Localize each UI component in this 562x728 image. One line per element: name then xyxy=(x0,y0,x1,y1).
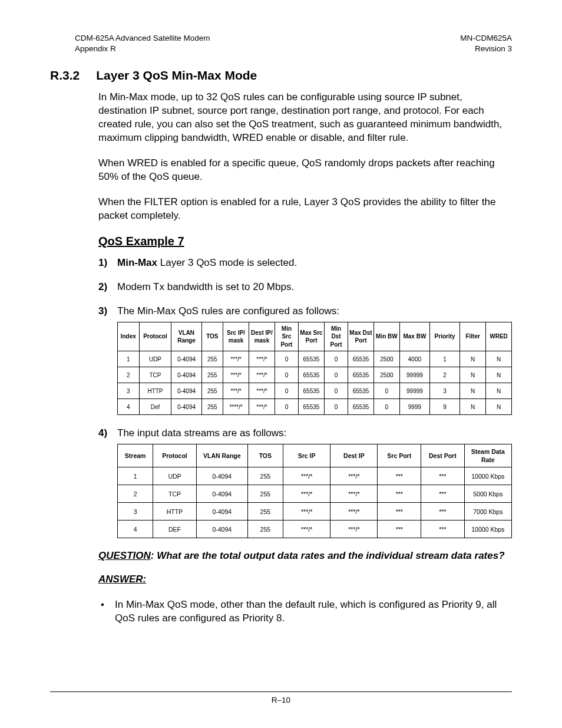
cell: 65535 xyxy=(299,399,325,415)
col-header: TOS xyxy=(201,322,223,351)
running-header: CDM-625A Advanced Satellite Modem Append… xyxy=(50,33,512,54)
cell: HTTP xyxy=(139,383,171,399)
cell: 255 xyxy=(201,351,223,367)
col-header: Max Src Port xyxy=(299,322,325,351)
col-header: Dest Port xyxy=(421,444,465,467)
cell: 7000 Kbps xyxy=(464,503,511,521)
cell: *** xyxy=(421,485,465,503)
cell: ***/* xyxy=(330,467,378,485)
table-header-row: Index Protocol VLAN Range TOS Src IP/ ma… xyxy=(118,322,512,351)
cell: 65535 xyxy=(348,351,374,367)
col-header: VLAN Range xyxy=(171,322,201,351)
cell: ***/* xyxy=(249,351,275,367)
cell: 0 xyxy=(324,399,348,415)
cell: 3 xyxy=(118,503,153,521)
step-text: The input data streams are as follows: xyxy=(117,427,286,439)
cell: 65535 xyxy=(348,383,374,399)
cell: Def xyxy=(139,399,171,415)
header-left: CDM-625A Advanced Satellite Modem Append… xyxy=(75,33,210,54)
table-row: 4DEF0-4094255***/****/*******10000 Kbps xyxy=(118,521,512,538)
col-header: Max BW xyxy=(399,322,429,351)
cell: N xyxy=(460,351,486,367)
cell: N xyxy=(486,367,512,383)
header-right: MN-CDM625A Revision 3 xyxy=(460,33,512,54)
cell: 4000 xyxy=(399,351,429,367)
cell: ***/* xyxy=(249,367,275,383)
cell: N xyxy=(486,351,512,367)
paragraph: In Min-Max mode, up to 32 QoS rules can … xyxy=(98,91,512,145)
cell: UDP xyxy=(153,467,197,485)
cell: 0-4094 xyxy=(171,399,201,415)
cell: TCP xyxy=(139,367,171,383)
cell: 3 xyxy=(430,383,460,399)
cell: *** xyxy=(378,485,421,503)
col-header: Min Src Port xyxy=(275,322,298,351)
bullet-item: In Min-Max QoS mode, other than the defa… xyxy=(98,598,512,625)
cell: 99999 xyxy=(399,383,429,399)
qa-block: QUESTION: What are the total output data… xyxy=(98,550,512,585)
question-line: QUESTION: What are the total output data… xyxy=(98,550,512,562)
page-footer: R–10 xyxy=(50,691,512,704)
cell: ***/* xyxy=(283,467,330,485)
cell: 99999 xyxy=(399,367,429,383)
cell: 255 xyxy=(247,521,283,538)
cell: 0 xyxy=(275,367,298,383)
cell: *** xyxy=(421,521,465,538)
steps-list: Min-Max Layer 3 QoS mode is selected. Mo… xyxy=(98,256,512,538)
page: CDM-625A Advanced Satellite Modem Append… xyxy=(0,0,562,728)
cell: 255 xyxy=(247,485,283,503)
cell: 1 xyxy=(118,467,153,485)
cell: *** xyxy=(421,467,465,485)
step-item: Modem Tx bandwidth is set to 20 Mbps. xyxy=(98,281,512,294)
cell: 0 xyxy=(373,399,399,415)
cell: ***/* xyxy=(249,399,275,415)
cell: 0-4094 xyxy=(196,521,247,538)
table-row: 3HTTP0-4094255***/****/*0655350655350999… xyxy=(118,383,512,399)
col-header: Filter xyxy=(460,322,486,351)
example-heading: QoS Example 7 xyxy=(98,235,512,248)
cell: ***/* xyxy=(330,485,378,503)
cell: N xyxy=(486,383,512,399)
table-row: 4Def0-4094255****/****/*0655350655350999… xyxy=(118,399,512,415)
cell: 0-4094 xyxy=(196,503,247,521)
header-docnum: MN-CDM625A xyxy=(460,34,512,42)
col-header: Steam Data Rate xyxy=(464,444,511,467)
table-row: 1UDP0-4094255***/****/*06553506553525004… xyxy=(118,351,512,367)
cell: 255 xyxy=(201,399,223,415)
table-row: 3HTTP0-4094255***/****/*******7000 Kbps xyxy=(118,503,512,521)
cell: HTTP xyxy=(153,503,197,521)
cell: 2 xyxy=(430,367,460,383)
cell: TCP xyxy=(153,485,197,503)
cell: 10000 Kbps xyxy=(464,521,511,538)
step-item: Min-Max Layer 3 QoS mode is selected. xyxy=(98,256,512,270)
cell: 10000 Kbps xyxy=(464,467,511,485)
cell: 0 xyxy=(324,367,348,383)
answer-label: ANSWER: xyxy=(98,574,512,585)
col-header: Index xyxy=(118,322,140,351)
cell: 255 xyxy=(201,383,223,399)
input-streams-table: Stream Protocol VLAN Range TOS Src IP De… xyxy=(117,444,512,538)
qos-rules-table: Index Protocol VLAN Range TOS Src IP/ ma… xyxy=(117,322,512,416)
cell: N xyxy=(486,399,512,415)
cell: 0 xyxy=(275,399,298,415)
paragraph: When WRED is enabled for a specific queu… xyxy=(98,157,512,184)
cell: 0-4094 xyxy=(171,351,201,367)
page-number: R–10 xyxy=(272,696,290,704)
cell: 0-4094 xyxy=(171,383,201,399)
cell: 255 xyxy=(247,467,283,485)
col-header: WRED xyxy=(486,322,512,351)
cell: 1 xyxy=(430,351,460,367)
cell: 0 xyxy=(275,383,298,399)
cell: 0 xyxy=(324,351,348,367)
step-bold: Min-Max xyxy=(117,257,157,268)
cell: 2500 xyxy=(373,367,399,383)
col-header: Min Dst Port xyxy=(324,322,348,351)
cell: UDP xyxy=(139,351,171,367)
col-header: VLAN Range xyxy=(196,444,247,467)
cell: 65535 xyxy=(299,351,325,367)
cell: 0 xyxy=(275,351,298,367)
cell: N xyxy=(460,383,486,399)
cell: 0-4094 xyxy=(196,467,247,485)
question-label: QUESTION xyxy=(98,550,151,561)
cell: 2 xyxy=(118,367,140,383)
